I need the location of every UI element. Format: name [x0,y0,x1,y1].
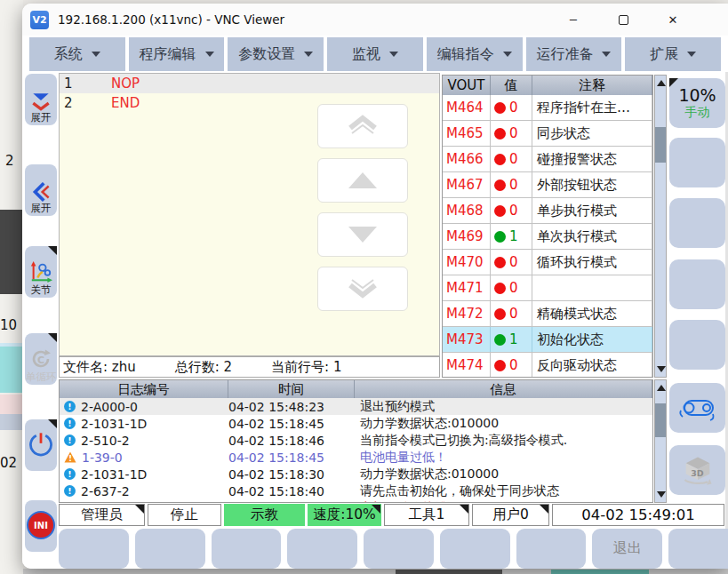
right-button-empty[interactable] [669,138,725,187]
menu-tab[interactable]: 系统 [29,37,125,71]
speed-mode-button[interactable]: 10% 手动 [669,78,725,128]
signal-id: M472 [443,301,491,326]
vout-header-id[interactable]: VOUT [443,76,491,95]
program-info-bar: 文件名: zhu总行数: 2当前行号: 1 [59,356,440,378]
scroll-up-icon[interactable] [657,80,666,86]
bottom-button-empty[interactable] [135,529,205,569]
title-bar[interactable]: V2 192.168.1.200 (x11vnc) - VNC Viewer ─… [22,4,728,36]
bottom-button-empty[interactable] [440,529,510,569]
table-row[interactable]: M470 0 循环执行模式 [443,250,652,275]
table-row[interactable]: M464 0 程序指针在主… [443,95,652,121]
power-button[interactable] [25,419,57,471]
signal-value: 0 [509,177,518,193]
table-row[interactable]: M473 1 初始化状态 [443,327,652,353]
scroll-up-icon[interactable] [657,385,666,391]
table-row[interactable]: M472 0 精确模式状态 [443,301,652,327]
log-row[interactable]: ! ! 2-510-2 04-02 15:18:46 当前指令模式已切换为:高级… [60,432,652,449]
table-row[interactable]: M474 0 反向驱动状态 [443,353,652,378]
svg-text:3D: 3D [691,468,704,478]
menu-tab[interactable]: 扩展 [625,37,721,71]
vout-header-comment[interactable]: 注释 [532,76,652,95]
menu-tab[interactable]: 程序编辑 [129,37,225,71]
signal-value: 0 [509,100,518,116]
menu-tab[interactable]: 编辑指令 [427,37,523,71]
log-row[interactable]: ! ! 1-39-0 04-02 15:18:45 电池电量过低！ [60,449,652,466]
log-row[interactable]: ! ! 2-637-2 04-02 15:18:40 请先点击初始化，确保处于同… [60,482,652,499]
info-icon: ! [64,418,76,429]
expand-left-button[interactable]: 展开 [25,164,57,216]
status-badge[interactable]: 示教 [224,504,305,526]
page-up-button[interactable] [317,104,408,148]
menu-tab[interactable]: 监视 [327,37,423,71]
vout-scrollbar[interactable] [654,75,667,378]
joint-mode-button[interactable]: 关节 [25,246,57,298]
line-down-button[interactable] [317,212,408,257]
scroll-down-icon[interactable] [657,491,666,498]
status-label: 速度:10% [313,506,376,524]
table-row[interactable]: M468 0 单步执行模式 [443,198,652,224]
program-editor[interactable]: 1 NOP 2 END [59,73,440,356]
state-dot-icon [494,128,506,140]
expand-down-button[interactable]: 展开 [25,74,57,125]
page-down-button[interactable] [317,267,408,311]
log-row[interactable]: ! ! 2-1031-1D 04-02 15:18:30 动力学数据状态:010… [60,466,652,482]
log-time: 04-02 15:18:40 [228,484,355,498]
log-row[interactable]: ! ! 2-A000-0 04-02 15:48:23 退出预约模式 [60,398,652,415]
log-header-message[interactable]: 信息 [355,380,652,398]
log-message: 当前指令模式已切换为:高级指令模式. [355,433,652,449]
single-cycle-button[interactable]: C 单循环 [25,333,57,385]
view-3d-button[interactable]: 3D [669,445,725,495]
right-button-empty[interactable] [669,320,725,370]
log-row[interactable]: ! ! 2-1704-1D 04-02 15:18:23 电机驱动连接错误! [60,499,652,503]
status-badge[interactable]: 停止 [148,504,221,526]
bottom-button-empty[interactable] [516,529,587,569]
log-row[interactable]: ! ! 2-1031-1D 04-02 15:18:45 动力学数据状态:010… [60,415,652,432]
state-dot-icon [494,257,506,268]
table-row[interactable]: M467 0 外部按钮状态 [443,172,652,198]
clock: 04-02 15:49:01 [552,504,724,526]
table-row[interactable]: M465 0 同步状态 [443,121,652,147]
bottom-button-empty[interactable] [212,529,282,569]
table-row[interactable]: M466 0 碰撞报警状态 [443,147,652,172]
signal-id: M470 [443,250,491,275]
scroll-down-icon[interactable] [657,366,666,372]
maximize-button[interactable] [598,4,648,36]
bottom-button-empty[interactable] [668,529,728,569]
log-id: 2-A000-0 [81,400,138,414]
exit-button[interactable]: 退出 [592,529,662,569]
signal-comment: 单次执行模式 [532,224,652,249]
status-badge[interactable]: 用户0 [472,504,549,526]
ini-button[interactable]: INI [25,500,57,552]
status-badge[interactable]: 工具1 [384,504,469,526]
bottom-button-empty[interactable] [287,529,357,569]
handle-guide-button[interactable] [669,383,725,433]
signal-comment: 初始化状态 [532,327,652,352]
right-button-empty[interactable] [669,259,725,309]
robot-joint-icon [28,260,53,283]
log-scrollbar[interactable] [654,379,667,503]
chevron-down-icon [205,52,214,57]
line-up-button[interactable] [317,158,408,203]
bottom-button-empty[interactable] [59,529,129,569]
vout-header-value[interactable]: 值 [491,76,532,95]
state-dot-icon [494,154,506,165]
menu-tab[interactable]: 运行准备 [526,37,622,71]
scrollbar-thumb[interactable] [655,127,666,163]
status-badge[interactable]: 速度:10% [308,504,381,526]
background-number: 10 [0,317,17,333]
right-button-empty[interactable] [669,198,725,248]
minimize-button[interactable]: ─ [548,4,598,36]
log-header-time[interactable]: 时间 [228,380,355,398]
scrollbar-thumb[interactable] [655,403,666,437]
table-row[interactable]: M469 1 单次执行模式 [443,224,652,250]
close-button[interactable]: ✕ [648,4,698,36]
menu-tab[interactable]: 参数设置 [228,37,324,71]
signal-id: M471 [443,275,491,300]
log-header-id[interactable]: 日志编号 [60,380,228,398]
program-line[interactable]: 1 NOP [60,74,439,93]
bottom-button-empty[interactable] [364,529,434,569]
table-row[interactable]: M471 0 [443,275,652,301]
corner-marker-icon [460,505,468,514]
state-dot-icon [494,308,506,320]
status-badge[interactable]: 管理员 [59,504,145,526]
